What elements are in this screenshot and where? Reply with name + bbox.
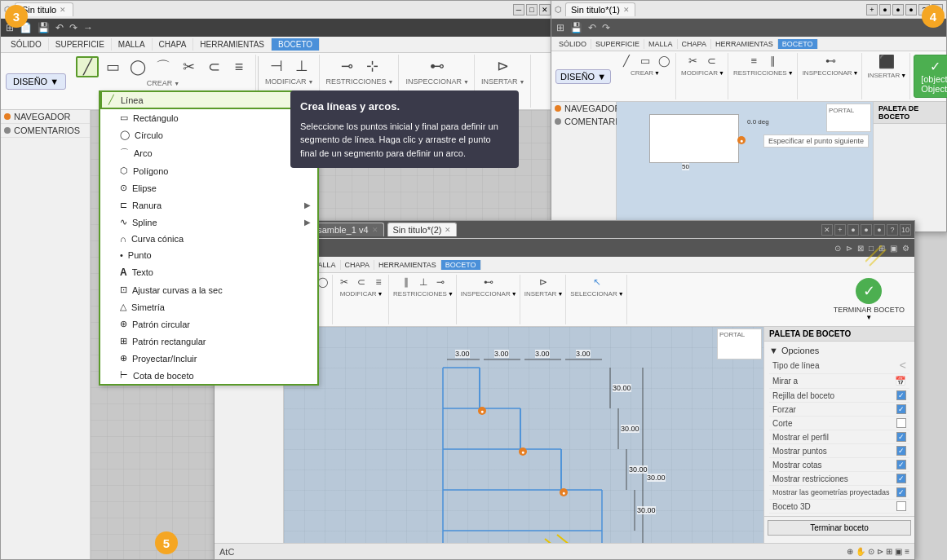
win1-scissors-btn[interactable]: ✂ <box>177 57 200 77</box>
win3-pan-icon[interactable]: ⊳ <box>877 547 883 556</box>
dropdown-arco[interactable]: ⌒Arco ▶ <box>100 143 317 162</box>
win1-ins-arrow[interactable]: ▼ <box>520 79 525 85</box>
win2-finish-btn[interactable]: ✓ [object Object] <box>914 55 947 98</box>
win2-grid-icon[interactable]: ⊞ <box>555 21 566 34</box>
win1-close[interactable]: ✕ <box>539 4 551 15</box>
win3-ins1[interactable]: ⊳ <box>536 276 551 289</box>
win3-3d-check[interactable] <box>896 501 906 511</box>
win2-ins-arrow[interactable]: ▼ <box>901 73 906 78</box>
win1-rest-arrow[interactable]: ▼ <box>388 79 394 85</box>
win1-forward-icon[interactable]: → <box>82 21 95 34</box>
win3-view1[interactable]: ⊙ <box>833 243 843 254</box>
win3-cotas-check[interactable]: ✓ <box>896 460 906 470</box>
win1-tab-herramientas[interactable]: HERRAMIENTAS <box>193 38 272 51</box>
dropdown-spline[interactable]: ∿Spline ▶ <box>100 214 317 231</box>
win2-rest-arrow[interactable]: ▼ <box>788 70 794 76</box>
win3-palette-finish-btn[interactable]: Terminar boceto <box>768 520 911 536</box>
win1-tab-close[interactable]: ✕ <box>60 6 66 14</box>
win1-linea-btn[interactable]: ╱ <box>76 56 99 77</box>
win2-mod-arrow[interactable]: ▼ <box>719 70 724 76</box>
win2-circ-btn[interactable]: ◯ <box>656 54 672 68</box>
win1-rest-btn1[interactable]: ⊸ <box>335 56 358 76</box>
win2-redo-icon[interactable]: ↷ <box>600 21 612 34</box>
win3-opciones-header[interactable]: ▼ Opciones <box>769 344 909 357</box>
win1-tab-superficie[interactable]: SUPERFICIE <box>49 38 112 51</box>
win3-insp-arrow[interactable]: ▼ <box>511 291 517 297</box>
dropdown-simetria[interactable]: △Simetría <box>100 298 317 315</box>
win2-btn2[interactable]: ● <box>879 4 891 15</box>
win2-tab-malla[interactable]: MALLA <box>644 39 678 49</box>
win2-btn3[interactable]: ● <box>892 4 904 15</box>
win2-crear-arrow[interactable]: ▼ <box>654 70 660 76</box>
win2-com[interactable]: COMENTARIOS <box>551 115 616 128</box>
win1-circle-btn[interactable]: ◯ <box>126 57 149 77</box>
win1-trim-btn[interactable]: ⊂ <box>202 57 225 77</box>
win1-redo-icon[interactable]: ↷ <box>68 21 79 34</box>
dropdown-circulo[interactable]: ◯Círculo ▶ <box>100 126 317 143</box>
win3-tab-chapa[interactable]: CHAPA <box>341 260 374 270</box>
win3-finish-btn[interactable]: ✓ TERMINAR BOCETO ▼ <box>830 276 908 323</box>
win2-design-btn[interactable]: DISEÑO ▼ <box>555 69 611 84</box>
win3-grid-status-icon[interactable]: ⊞ <box>886 547 892 556</box>
win3-rest3[interactable]: ⊸ <box>433 276 448 289</box>
win2-tab-herramientas[interactable]: HERRAMIENTAS <box>711 39 778 49</box>
win2-rest-btn[interactable]: ≡ <box>746 54 762 68</box>
win1-tab-malla[interactable]: MALLA <box>112 38 153 51</box>
win3-list-icon[interactable]: ≡ <box>905 547 909 556</box>
win3-sel-arrow[interactable]: ▼ <box>618 291 624 297</box>
win3-rejilla-check[interactable]: ✓ <box>896 390 906 400</box>
win3-btn2[interactable]: ● <box>847 224 859 236</box>
win2-rect-btn[interactable]: ▭ <box>637 54 653 68</box>
win3-perfil-check[interactable]: ✓ <box>896 432 906 442</box>
win3-mod-arrow[interactable]: ▼ <box>378 291 383 297</box>
win1-mod-btn1[interactable]: ⊣ <box>265 56 288 76</box>
win2-tab-close[interactable]: ✕ <box>623 6 630 14</box>
win1-tab-solido[interactable]: SÓLIDO <box>4 38 49 51</box>
win2-btn1[interactable]: + <box>866 4 878 15</box>
win1-rest-btn2[interactable]: ⊹ <box>361 56 383 76</box>
dropdown-texto[interactable]: ATexto <box>100 263 317 281</box>
win2-tab-superficie[interactable]: SUPERFICIE <box>591 39 644 49</box>
dropdown-elipse[interactable]: ⊙Elipse <box>100 179 317 196</box>
dropdown-cota[interactable]: ⊢Cota de boceto <box>100 367 317 384</box>
win2-undo-icon[interactable]: ↶ <box>586 21 598 34</box>
win3-btn6[interactable]: 10 <box>900 224 911 236</box>
win3-rest2[interactable]: ⊥ <box>416 276 431 289</box>
win3-ins-arrow[interactable]: ▼ <box>557 291 563 297</box>
win3-finish-arrow[interactable]: ▼ <box>865 314 872 321</box>
win1-insp-arrow[interactable]: ▼ <box>463 79 469 85</box>
win3-tab-herramientas[interactable]: HERRAMIENTAS <box>374 260 441 270</box>
win3-mod3[interactable]: ≡ <box>371 276 386 289</box>
win3-sel1[interactable]: ↖ <box>590 276 604 289</box>
win1-insp-btn1[interactable]: ⊷ <box>426 56 449 76</box>
win3-insp1[interactable]: ⊷ <box>481 276 496 289</box>
dropdown-linea-header[interactable]: ╱ Línea L ⋮ <box>100 90 317 109</box>
win3-mod2[interactable]: ⊂ <box>354 276 369 289</box>
win2-line-btn[interactable]: ╱ <box>618 54 635 68</box>
dropdown-ajustar[interactable]: ⊡Ajustar curvas a la sec <box>100 281 317 298</box>
win1-mod-btn2[interactable]: ⊥ <box>290 56 313 76</box>
win2-save-icon[interactable]: 💾 <box>569 21 584 34</box>
win2-tab-solido[interactable]: SÓLIDO <box>555 39 591 49</box>
win3-rest-check[interactable]: ✓ <box>896 474 906 483</box>
win3-mirar-a-icon[interactable]: 📅 <box>895 376 906 386</box>
win3-box-icon[interactable]: ▣ <box>895 547 902 556</box>
win3-forzar-check[interactable]: ✓ <box>896 404 906 414</box>
win3-view3[interactable]: ⊠ <box>856 243 865 254</box>
win1-navegador[interactable]: NAVEGADOR <box>1 110 90 124</box>
win1-ins-btn1[interactable]: ⊳ <box>492 56 515 76</box>
win1-minimize[interactable]: ─ <box>513 4 524 15</box>
win2-tab-chapa[interactable]: CHAPA <box>678 39 711 49</box>
win3-orbit-icon[interactable]: ⊙ <box>868 547 874 556</box>
dropdown-rectangulo[interactable]: ▭Rectángulo ▶ <box>100 109 317 126</box>
win1-design-btn[interactable]: DISEÑO ▼ <box>6 73 66 90</box>
win3-tab-boceto[interactable]: BOCETO <box>441 260 481 270</box>
win2-insp-btn[interactable]: ⊷ <box>822 54 839 68</box>
win3-view2[interactable]: ⊳ <box>844 243 854 254</box>
win3-btn-close[interactable]: ✕ <box>821 224 833 236</box>
win1-undo-icon[interactable]: ↶ <box>54 21 65 34</box>
win3-btn5[interactable]: ? <box>887 224 898 236</box>
win3-tab3-close[interactable]: ✕ <box>445 226 451 234</box>
dropdown-poligono[interactable]: ⬡Polígono <box>100 162 317 179</box>
win2-ins-btn[interactable]: ⬛ <box>877 54 896 70</box>
